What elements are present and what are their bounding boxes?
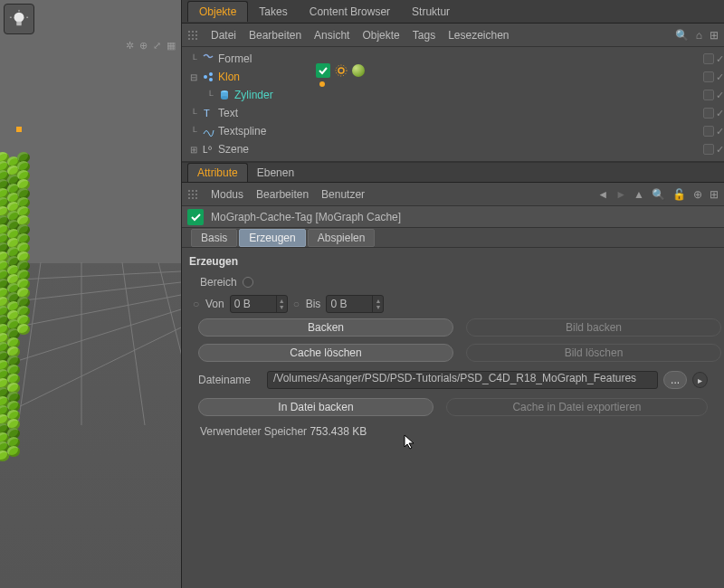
tree-item-textspline[interactable]: Textspline [218,125,266,138]
svg-point-30 [221,96,228,100]
subtab-abspielen[interactable]: Abspielen [308,229,376,247]
tab-attribute[interactable]: Attribute [187,163,248,182]
tab-layers[interactable]: Ebenen [248,164,303,182]
svg-point-38 [188,194,190,195]
svg-point-23 [192,38,194,40]
cylinder-icon [218,89,231,101]
home-icon[interactable]: ⌂ [696,29,702,42]
svg-point-33 [338,68,344,73]
tab-takes[interactable]: Takes [248,2,298,22]
bis-label: Bis [306,298,321,310]
path-field[interactable]: /Volumes/Asanger/PSD/PSD-Tutorials/PSD_C… [267,371,658,389]
cloner-object-preview[interactable] [0,154,27,488]
vp-icon-2[interactable]: ⊕ [139,40,148,52]
browse-button[interactable]: ... [663,371,687,389]
svg-point-0 [14,13,24,23]
menu-file[interactable]: Datei [211,29,236,42]
attribute-subtabs: Basis Erzeugen Abspielen [182,228,724,248]
svg-point-36 [192,190,194,192]
svg-text:T: T [204,108,210,119]
tab-structure[interactable]: Struktur [401,2,461,22]
bild-backen-button[interactable]: Bild backen [466,318,721,337]
tab-objects[interactable]: Objekte [187,1,248,22]
tree-item-klon[interactable]: Klon [218,71,240,83]
search-icon[interactable]: 🔍 [652,188,665,201]
tree-branch: └ [189,54,198,64]
nav-up-icon[interactable]: ▲ [634,188,644,201]
tree-item-szene[interactable]: Szene [218,143,249,156]
cloner-icon [202,71,214,83]
anim-dot[interactable]: ○ [293,298,300,310]
bis-field[interactable] [327,298,372,310]
small-tag-icon[interactable] [319,81,325,87]
svg-point-26 [209,72,213,76]
svg-point-16 [188,31,190,33]
subtab-basis[interactable]: Basis [191,229,237,247]
mouse-cursor [404,434,416,450]
vp-icon-3[interactable]: ⤢ [153,40,161,52]
search-icon[interactable]: 🔍 [675,29,689,42]
grip-icon[interactable] [187,30,198,41]
material-tag-icon[interactable] [352,64,365,77]
anim-dot[interactable]: ○ [193,298,200,310]
menu-mode[interactable]: Modus [211,188,243,201]
expand-icon[interactable]: ⊞ [710,188,719,201]
path-action-button[interactable]: ▸ [692,372,708,388]
nav-fwd-icon[interactable]: ► [615,188,626,201]
render-bulb-button[interactable] [4,4,34,34]
svg-point-22 [188,38,190,40]
svg-point-34 [336,65,347,76]
object-manager-menubar: Datei Bearbeiten Ansicht Objekte Tags Le… [182,24,724,47]
tree-item-text[interactable]: Text [218,107,238,119]
svg-point-20 [192,34,194,36]
svg-point-27 [209,78,213,81]
expander-plus[interactable]: ⊞ [189,145,198,155]
svg-point-39 [192,194,194,195]
viewport-panel[interactable]: ✲ ⊕ ⤢ ▦ [0,0,181,588]
svg-point-17 [192,31,194,33]
von-field[interactable] [231,298,276,310]
attribute-manager-tabs: Attribute Ebenen [182,161,724,183]
subtab-erzeugen[interactable]: Erzeugen [239,229,305,247]
svg-line-15 [158,262,181,425]
klon-tags [316,63,365,78]
right-panel: Objekte Takes Content Browser Struktur D… [181,0,724,588]
vp-icon-1[interactable]: ✲ [126,40,134,52]
von-input[interactable]: ▲▼ [230,295,288,313]
tab-content-browser[interactable]: Content Browser [299,2,401,22]
bereich-checkbox[interactable] [243,277,253,288]
vp-icon-4[interactable]: ▦ [167,40,176,52]
cache-export-button[interactable]: Cache in Datei exportieren [446,398,708,416]
menu-view[interactable]: Ansicht [314,29,349,42]
menu-edit[interactable]: Bearbeiten [249,29,301,42]
cache-loeschen-button[interactable]: Cache löschen [198,344,453,362]
gear-tag-icon[interactable] [334,63,348,78]
textspline-icon [202,125,214,138]
menu-bookmarks[interactable]: Lesezeichen [448,29,509,42]
menu-tags[interactable]: Tags [413,29,435,42]
menu-objects[interactable]: Objekte [362,29,399,42]
fold-icon[interactable]: ⊞ [710,29,719,42]
lock-icon[interactable]: 🔓 [672,188,686,201]
svg-text:L⁰: L⁰ [203,145,212,155]
backen-button[interactable]: Backen [198,318,453,337]
element-title: MoGraph-Cache-Tag [MoGraph Cache] [211,211,401,223]
expander-minus[interactable]: ⊟ [189,72,198,82]
von-label: Von [205,298,224,310]
nav-back-icon[interactable]: ◄ [597,188,608,201]
tree-item-formel[interactable]: Formel [218,52,252,65]
in-datei-backen-button[interactable]: In Datei backen [198,398,433,416]
mograph-cache-tag-icon[interactable] [316,63,330,78]
grip-icon[interactable] [187,189,198,200]
dateiname-label: Dateiname [198,374,262,386]
tree-branch: └ [189,127,198,137]
menu-user[interactable]: Benutzer [321,188,365,201]
tree-item-zylinder[interactable]: Zylinder [234,89,273,101]
menu-edit2[interactable]: Bearbeiten [256,188,309,201]
new-icon[interactable]: ⊕ [693,188,702,201]
bis-input[interactable]: ▲▼ [326,295,384,313]
manager-tabs: Objekte Takes Content Browser Struktur [182,0,724,24]
selection-handle[interactable] [16,127,22,132]
bild-loeschen-button[interactable]: Bild löschen [466,344,721,362]
object-tree[interactable]: └ Formel ✓ ⊟ Klon ✓ └ Zylinder ✓ └ [182,47,724,161]
